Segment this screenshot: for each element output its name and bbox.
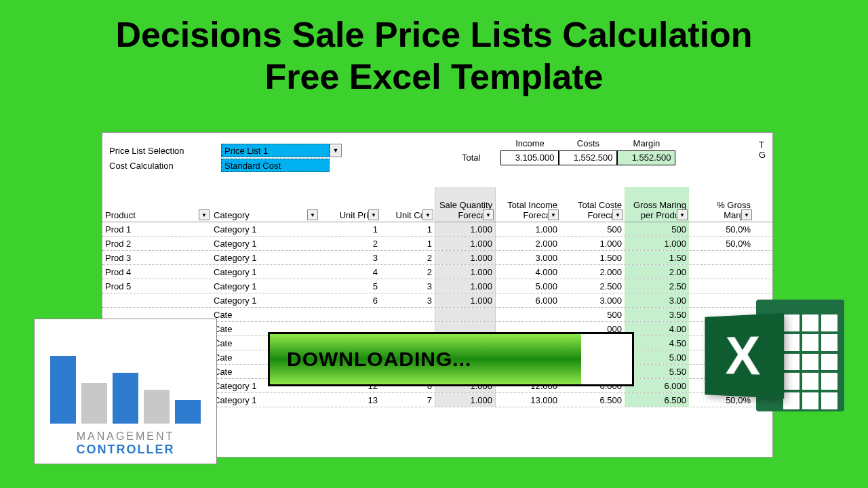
download-label: DOWNLOADING...: [270, 334, 581, 384]
table-row[interactable]: Prod 1Category 1111.0001.00050050050,0%: [102, 222, 772, 237]
cell-unit-cost[interactable]: 2: [380, 251, 435, 264]
table-row[interactable]: Prod 3Category 1321.0003.0001.5001.50: [102, 251, 772, 265]
filter-icon[interactable]: ▼: [741, 209, 752, 220]
cell-gross-margin[interactable]: 2.50: [625, 279, 689, 293]
cell-qty[interactable]: 1.000: [435, 393, 496, 407]
cell-gross-margin[interactable]: 6.000: [625, 379, 689, 392]
cell-gross-margin[interactable]: 500: [625, 222, 689, 236]
cell-cost[interactable]: 500: [560, 222, 625, 236]
cell-unit-cost[interactable]: 3: [380, 279, 435, 293]
cell-product[interactable]: Prod 5: [102, 279, 211, 293]
cell-income[interactable]: 6.000: [496, 293, 560, 307]
cost-calc-select[interactable]: Standard Cost: [221, 159, 330, 172]
filter-icon[interactable]: ▼: [548, 209, 559, 220]
cell-gross-margin[interactable]: 2.00: [625, 265, 689, 279]
cell-gross-margin[interactable]: 5.50: [625, 365, 689, 378]
cell-cost[interactable]: 1.500: [560, 251, 625, 264]
col-unit-price: Unit Price▼: [319, 187, 380, 222]
cell-gross-margin[interactable]: 5.00: [625, 350, 689, 364]
cell-income[interactable]: 4.000: [496, 265, 560, 279]
cell-cost[interactable]: 3.000: [560, 293, 625, 307]
management-controller-logo: MANAGEMENT CONTROLLER: [34, 319, 217, 464]
filter-icon[interactable]: ▼: [307, 209, 318, 220]
cell-pct-margin[interactable]: 50,0%: [689, 237, 753, 250]
cell-pct-margin[interactable]: 50,0%: [689, 222, 753, 236]
cell-unit-price[interactable]: 1: [319, 222, 380, 236]
cell-qty[interactable]: 1.000: [435, 279, 496, 293]
logo-text-2: CONTROLLER: [77, 443, 175, 457]
cell-product[interactable]: Prod 4: [102, 265, 211, 279]
cell-category[interactable]: Category 1: [211, 237, 319, 250]
filter-icon[interactable]: ▼: [483, 209, 494, 220]
cell-unit-price[interactable]: 13: [319, 393, 380, 407]
cell-unit-cost[interactable]: 1: [380, 222, 435, 236]
cell-product[interactable]: Prod 3: [102, 251, 211, 264]
cell-unit-price[interactable]: 3: [319, 251, 380, 264]
cell-qty[interactable]: 1.000: [435, 222, 496, 236]
cell-income[interactable]: [496, 308, 560, 321]
filter-icon[interactable]: ▼: [422, 209, 433, 220]
cell-unit-cost[interactable]: [380, 308, 435, 321]
income-head: Income: [500, 138, 559, 150]
cell-qty[interactable]: 1.000: [435, 265, 496, 279]
cell-qty[interactable]: [435, 308, 496, 321]
cell-category[interactable]: Category 1: [211, 293, 319, 307]
cell-pct-margin[interactable]: [689, 265, 753, 279]
cell-gross-margin[interactable]: 3.00: [625, 293, 689, 307]
cell-category[interactable]: Category 1: [211, 265, 319, 279]
price-list-dropdown-icon[interactable]: ▼: [330, 144, 342, 157]
cell-unit-cost[interactable]: 3: [380, 293, 435, 307]
costs-head: Costs: [559, 138, 617, 150]
cell-income[interactable]: 3.000: [496, 251, 560, 264]
cell-category[interactable]: Category 1: [211, 393, 319, 407]
cell-pct-margin[interactable]: [689, 251, 753, 264]
cell-qty[interactable]: 1.000: [435, 237, 496, 250]
cell-cost[interactable]: 500: [560, 308, 625, 321]
income-value: 3.105.000: [500, 150, 559, 165]
cell-pct-margin[interactable]: [689, 279, 753, 293]
cell-cost[interactable]: 2.500: [560, 279, 625, 293]
cell-income[interactable]: 1.000: [496, 222, 560, 236]
cell-unit-price[interactable]: 5: [319, 279, 380, 293]
table-row[interactable]: Category 1631.0006.0003.0003.00: [102, 293, 772, 308]
cell-unit-cost[interactable]: 1: [380, 237, 435, 250]
cell-gross-margin[interactable]: 1.50: [625, 251, 689, 264]
cell-unit-cost[interactable]: 7: [380, 393, 435, 407]
filter-icon[interactable]: ▼: [199, 209, 210, 220]
cell-cost[interactable]: 1.000: [560, 237, 625, 250]
cell-product[interactable]: Prod 1: [102, 222, 211, 236]
cell-income[interactable]: 5.000: [496, 279, 560, 293]
table-row[interactable]: Prod 4Category 1421.0004.0002.0002.00: [102, 265, 772, 279]
table-row[interactable]: Prod 5Category 1531.0005.0002.5002.50: [102, 279, 772, 293]
cell-qty[interactable]: 1.000: [435, 251, 496, 264]
cell-income[interactable]: 13.000: [496, 393, 560, 407]
cell-income[interactable]: 2.000: [496, 237, 560, 250]
cell-category[interactable]: Category 1: [211, 251, 319, 264]
cell-gross-margin[interactable]: 4.00: [625, 322, 689, 336]
filter-icon[interactable]: ▼: [677, 209, 688, 220]
cell-category[interactable]: Cate: [211, 308, 319, 321]
cell-cost[interactable]: 2.000: [560, 265, 625, 279]
cost-calc-label: Cost Calculation: [109, 161, 221, 171]
cell-unit-cost[interactable]: 2: [380, 265, 435, 279]
col-product: Product▼: [102, 187, 211, 222]
cell-unit-price[interactable]: [319, 308, 380, 321]
cell-gross-margin[interactable]: 6.500: [625, 393, 689, 407]
cell-cost[interactable]: 6.500: [560, 393, 625, 407]
cell-product[interactable]: [102, 293, 211, 307]
cell-gross-margin[interactable]: 3.50: [625, 308, 689, 321]
cell-qty[interactable]: 1.000: [435, 293, 496, 307]
cell-unit-price[interactable]: 2: [319, 237, 380, 250]
filter-icon[interactable]: ▼: [612, 209, 623, 220]
cell-category[interactable]: Category 1: [211, 222, 319, 236]
filter-icon[interactable]: ▼: [368, 209, 379, 220]
cell-category[interactable]: Category 1: [211, 279, 319, 293]
cell-gross-margin[interactable]: 1.000: [625, 237, 689, 250]
cell-unit-price[interactable]: 6: [319, 293, 380, 307]
cell-unit-price[interactable]: 4: [319, 265, 380, 279]
table-row[interactable]: Prod 2Category 1211.0002.0001.0001.00050…: [102, 237, 772, 251]
cell-gross-margin[interactable]: 4.50: [625, 336, 689, 350]
price-list-select[interactable]: Price List 1: [221, 144, 330, 157]
cell-product[interactable]: Prod 2: [102, 237, 211, 250]
clipped-text: T G: [759, 140, 766, 160]
